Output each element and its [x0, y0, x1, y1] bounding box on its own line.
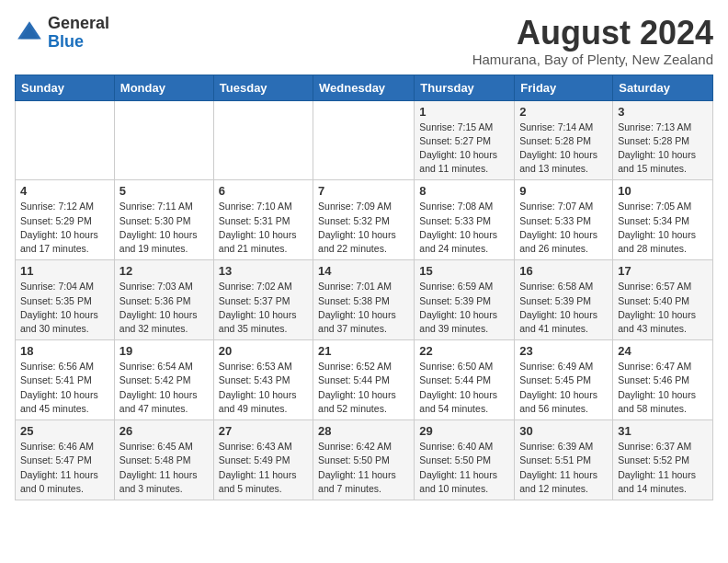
info-line: and 43 minutes. [618, 323, 687, 334]
calendar-cell: 20Sunrise: 6:53 AMSunset: 5:43 PMDayligh… [213, 340, 313, 420]
info-line: Daylight: 11 hours [519, 469, 597, 480]
day-number: 31 [618, 424, 708, 438]
info-line: Sunset: 5:30 PM [119, 215, 191, 226]
info-line: and 58 minutes. [618, 403, 687, 414]
info-line: Sunset: 5:31 PM [219, 215, 290, 226]
title-block: August 2024 Hamurana, Bay of Plenty, New… [472, 15, 713, 67]
info-line: and 19 minutes. [119, 243, 188, 254]
info-line: Daylight: 10 hours [219, 309, 297, 320]
calendar-cell: 16Sunrise: 6:58 AMSunset: 5:39 PMDayligh… [515, 260, 613, 340]
day-info: Sunrise: 6:43 AMSunset: 5:49 PMDaylight:… [219, 440, 308, 496]
info-line: Sunrise: 6:37 AM [618, 441, 691, 452]
info-line: Sunset: 5:38 PM [318, 295, 390, 306]
header-row: SundayMondayTuesdayWednesdayThursdayFrid… [16, 75, 713, 100]
info-line: and 45 minutes. [20, 403, 89, 414]
info-line: Daylight: 10 hours [419, 309, 497, 320]
info-line: Daylight: 11 hours [618, 469, 696, 480]
day-info: Sunrise: 7:09 AMSunset: 5:32 PMDaylight:… [318, 200, 409, 256]
day-info: Sunrise: 6:59 AMSunset: 5:39 PMDaylight:… [419, 280, 509, 336]
day-number: 21 [318, 344, 409, 358]
info-line: and 14 minutes. [618, 483, 687, 494]
day-number: 10 [618, 184, 708, 198]
calendar-cell: 19Sunrise: 6:54 AMSunset: 5:42 PMDayligh… [114, 340, 213, 420]
info-line: Sunrise: 6:52 AM [318, 361, 392, 372]
calendar-cell: 18Sunrise: 6:56 AMSunset: 5:41 PMDayligh… [16, 340, 115, 420]
day-info: Sunrise: 6:39 AMSunset: 5:51 PMDaylight:… [519, 440, 608, 496]
calendar-cell: 15Sunrise: 6:59 AMSunset: 5:39 PMDayligh… [415, 260, 515, 340]
info-line: Daylight: 10 hours [318, 389, 396, 400]
info-line: and 49 minutes. [219, 403, 288, 414]
day-number: 27 [219, 424, 308, 438]
info-line: Daylight: 10 hours [618, 149, 696, 160]
info-line: and 13 minutes. [519, 163, 588, 174]
day-number: 14 [318, 264, 409, 278]
info-line: Daylight: 10 hours [20, 309, 98, 320]
calendar-cell: 24Sunrise: 6:47 AMSunset: 5:46 PMDayligh… [613, 340, 713, 420]
info-line: Sunrise: 6:39 AM [519, 441, 593, 452]
calendar-cell: 7Sunrise: 7:09 AMSunset: 5:32 PMDaylight… [313, 180, 415, 260]
info-line: Sunrise: 6:42 AM [318, 441, 392, 452]
info-line: Sunset: 5:39 PM [519, 295, 591, 306]
info-line: Daylight: 10 hours [618, 229, 696, 240]
info-line: Sunset: 5:49 PM [219, 454, 290, 465]
calendar-body: 1Sunrise: 7:15 AMSunset: 5:27 PMDaylight… [16, 100, 713, 500]
week-row-3: 18Sunrise: 6:56 AMSunset: 5:41 PMDayligh… [16, 340, 713, 420]
day-number: 7 [318, 184, 409, 198]
info-line: and 11 minutes. [419, 163, 488, 174]
week-row-4: 25Sunrise: 6:46 AMSunset: 5:47 PMDayligh… [16, 420, 713, 500]
day-info: Sunrise: 7:02 AMSunset: 5:37 PMDaylight:… [219, 280, 308, 336]
calendar-cell: 3Sunrise: 7:13 AMSunset: 5:28 PMDaylight… [613, 100, 713, 180]
info-line: Sunset: 5:42 PM [119, 374, 191, 385]
info-line: and 52 minutes. [318, 403, 387, 414]
day-info: Sunrise: 6:58 AMSunset: 5:39 PMDaylight:… [519, 280, 608, 336]
day-info: Sunrise: 6:47 AMSunset: 5:46 PMDaylight:… [618, 360, 708, 416]
calendar-cell [313, 100, 415, 180]
info-line: Sunrise: 6:56 AM [20, 361, 94, 372]
info-line: and 15 minutes. [618, 163, 687, 174]
info-line: Sunrise: 7:12 AM [20, 201, 94, 212]
day-number: 15 [419, 264, 509, 278]
day-info: Sunrise: 6:42 AMSunset: 5:50 PMDaylight:… [318, 440, 409, 496]
month-title: August 2024 [472, 15, 713, 52]
info-line: and 12 minutes. [519, 483, 588, 494]
logo: General Blue [15, 15, 109, 52]
info-line: and 30 minutes. [20, 323, 89, 334]
info-line: Daylight: 10 hours [519, 229, 597, 240]
info-line: Sunset: 5:33 PM [419, 215, 491, 226]
calendar-cell: 17Sunrise: 6:57 AMSunset: 5:40 PMDayligh… [613, 260, 713, 340]
day-number: 2 [519, 105, 608, 119]
info-line: Sunrise: 6:46 AM [20, 441, 94, 452]
day-info: Sunrise: 7:10 AMSunset: 5:31 PMDaylight:… [219, 200, 308, 256]
header-cell-wednesday: Wednesday [313, 75, 415, 100]
day-number: 28 [318, 424, 409, 438]
info-line: Sunrise: 7:03 AM [119, 281, 193, 292]
info-line: and 5 minutes. [219, 483, 282, 494]
info-line: Sunset: 5:43 PM [219, 374, 290, 385]
info-line: Daylight: 11 hours [318, 469, 396, 480]
info-line: and 3 minutes. [119, 483, 183, 494]
day-number: 11 [20, 264, 109, 278]
calendar-cell: 1Sunrise: 7:15 AMSunset: 5:27 PMDaylight… [415, 100, 515, 180]
info-line: Sunset: 5:44 PM [419, 374, 491, 385]
day-info: Sunrise: 7:04 AMSunset: 5:35 PMDaylight:… [20, 280, 109, 336]
info-line: Sunset: 5:35 PM [20, 295, 92, 306]
info-line: Sunset: 5:28 PM [519, 135, 591, 146]
calendar-cell [213, 100, 313, 180]
day-info: Sunrise: 6:52 AMSunset: 5:44 PMDaylight:… [318, 360, 409, 416]
info-line: and 54 minutes. [419, 403, 488, 414]
info-line: Daylight: 10 hours [519, 309, 597, 320]
info-line: Sunset: 5:40 PM [618, 295, 689, 306]
header-cell-friday: Friday [515, 75, 613, 100]
day-number: 18 [20, 344, 109, 358]
info-line: and 39 minutes. [419, 323, 488, 334]
day-info: Sunrise: 6:46 AMSunset: 5:47 PMDaylight:… [20, 440, 109, 496]
info-line: Daylight: 10 hours [419, 389, 497, 400]
info-line: Sunset: 5:27 PM [419, 135, 491, 146]
info-line: Sunrise: 6:45 AM [119, 441, 193, 452]
info-line: and 47 minutes. [119, 403, 188, 414]
day-info: Sunrise: 7:03 AMSunset: 5:36 PMDaylight:… [119, 280, 209, 336]
info-line: Sunset: 5:34 PM [618, 215, 689, 226]
info-line: Sunset: 5:48 PM [119, 454, 191, 465]
info-line: Sunrise: 6:59 AM [419, 281, 493, 292]
logo-blue: Blue [48, 32, 84, 51]
